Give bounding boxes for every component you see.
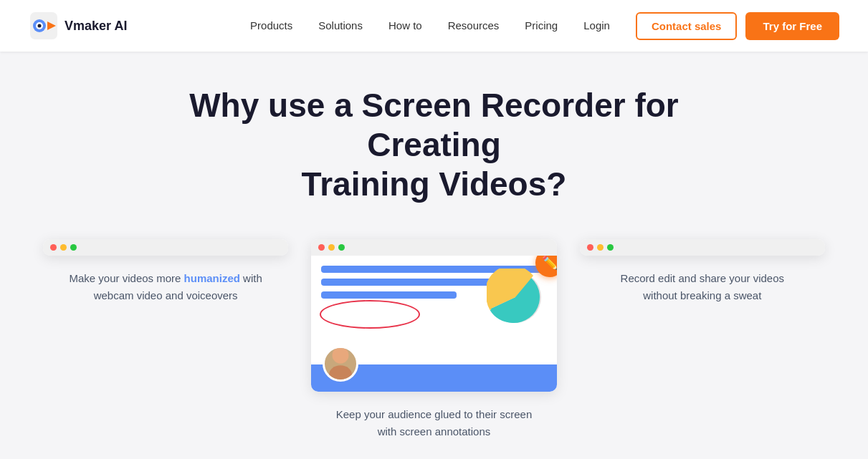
- annotation-oval: [320, 300, 420, 329]
- window-bar-1: [43, 239, 288, 256]
- nav-actions: Contact sales Try for Free: [636, 12, 839, 40]
- logo-icon: [29, 11, 59, 41]
- dot-green-3: [607, 244, 614, 251]
- dot-red-1: [50, 244, 57, 251]
- svg-point-4: [38, 24, 42, 28]
- dot-yellow-2: [328, 244, 335, 251]
- card-webcam: 🚀: [43, 239, 288, 304]
- person-svg-2: [325, 346, 356, 380]
- nav-item-products[interactable]: Products: [250, 19, 292, 32]
- card2-body: ✏️: [311, 256, 556, 392]
- dot-red-2: [318, 244, 325, 251]
- dot-green-1: [70, 244, 77, 251]
- line-2: [321, 279, 501, 286]
- logo-text: Vmaker AI: [65, 19, 127, 34]
- nav-item-resources[interactable]: Resources: [448, 19, 500, 32]
- window-bar-3: [580, 239, 825, 256]
- dot-yellow-1: [60, 244, 67, 251]
- svg-point-14: [329, 365, 352, 380]
- nav-item-login[interactable]: Login: [583, 19, 610, 32]
- card-share: 🚀: [580, 239, 825, 304]
- cards-row: 🚀: [43, 239, 825, 440]
- dot-green-2: [338, 244, 345, 251]
- card-annotations: ✏️: [311, 239, 556, 440]
- contact-sales-button[interactable]: Contact sales: [636, 12, 738, 40]
- try-for-free-button[interactable]: Try for Free: [745, 12, 839, 40]
- nav-item-pricing[interactable]: Pricing: [525, 19, 558, 32]
- card2-description: Keep your audience glued to their screen…: [333, 406, 534, 440]
- page-title: Why use a Screen Recorder for Creating T…: [140, 86, 728, 205]
- line-3: [321, 291, 457, 299]
- nav-item-howto[interactable]: How to: [388, 19, 422, 32]
- main-content: Why use a Screen Recorder for Creating T…: [0, 52, 868, 459]
- logo[interactable]: Vmaker AI: [29, 11, 127, 41]
- card1-description: Make your videos more humanized with web…: [65, 270, 266, 304]
- card3-window: 🚀: [580, 239, 825, 256]
- window-bar-2: [311, 239, 556, 256]
- dot-red-3: [587, 244, 593, 251]
- card3-description: Record edit and share your videos withou…: [602, 270, 803, 304]
- nav-links: Products Solutions How to Resources Pric…: [250, 19, 610, 32]
- heading-section: Why use a Screen Recorder for Creating T…: [43, 86, 825, 205]
- svg-point-13: [333, 347, 349, 363]
- nav-item-solutions[interactable]: Solutions: [318, 19, 363, 32]
- dot-yellow-3: [597, 244, 604, 251]
- card1-window: 🚀: [43, 239, 288, 256]
- navbar: Vmaker AI Products Solutions How to Reso…: [0, 0, 868, 52]
- avatar-webcam-2: [323, 346, 358, 382]
- card2-window: ✏️: [311, 239, 556, 392]
- pie-chart: [487, 269, 544, 326]
